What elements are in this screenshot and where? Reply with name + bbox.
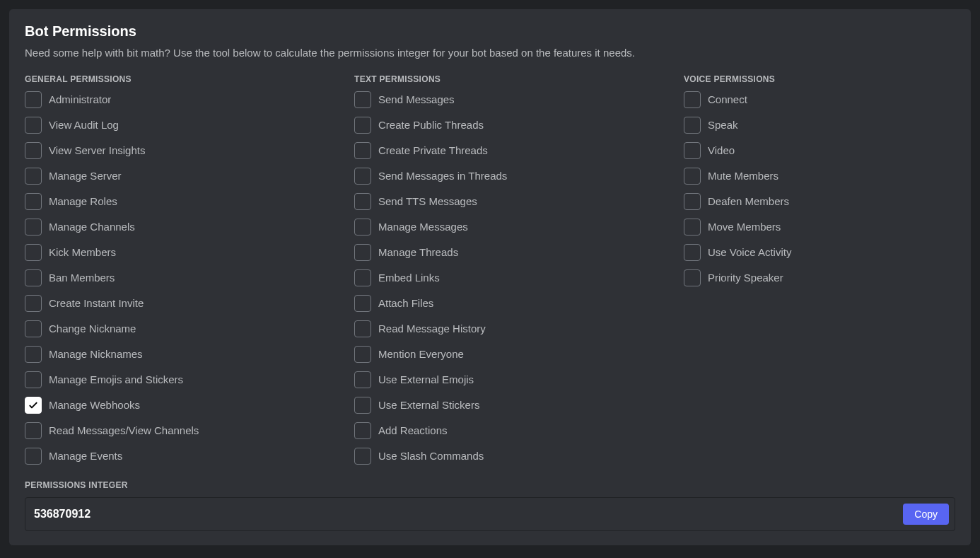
permission-send-messages-in-threads[interactable]: Send Messages in Threads: [354, 168, 670, 185]
permission-manage-roles[interactable]: Manage Roles: [25, 193, 340, 210]
checkbox-view-server-insights[interactable]: [25, 142, 42, 159]
checkbox-manage-messages[interactable]: [354, 219, 371, 236]
permission-label: Ban Members: [49, 272, 115, 284]
permission-view-server-insights[interactable]: View Server Insights: [25, 142, 340, 159]
permission-manage-messages[interactable]: Manage Messages: [354, 219, 670, 236]
permission-attach-files[interactable]: Attach Files: [354, 295, 670, 312]
permission-mute-members[interactable]: Mute Members: [684, 168, 955, 185]
permissions-integer-box: 536870912 Copy: [25, 497, 955, 531]
checkbox-mute-members[interactable]: [684, 168, 701, 185]
permission-priority-speaker[interactable]: Priority Speaker: [684, 269, 955, 286]
permission-deafen-members[interactable]: Deafen Members: [684, 193, 955, 210]
permission-label: Manage Roles: [49, 195, 117, 208]
permission-manage-server[interactable]: Manage Server: [25, 168, 340, 185]
checkbox-priority-speaker[interactable]: [684, 269, 701, 286]
checkbox-kick-members[interactable]: [25, 244, 42, 261]
permissions-integer-section: Permissions Integer 536870912 Copy: [25, 480, 955, 531]
permission-label: Add Reactions: [378, 424, 448, 437]
checkbox-change-nickname[interactable]: [25, 320, 42, 337]
permissions-integer-value[interactable]: 536870912: [34, 508, 903, 521]
checkbox-add-reactions[interactable]: [354, 422, 371, 439]
permission-label: Mute Members: [708, 170, 778, 182]
permission-use-external-stickers[interactable]: Use External Stickers: [354, 397, 670, 414]
checkbox-administrator[interactable]: [25, 91, 42, 108]
checkbox-manage-threads[interactable]: [354, 244, 371, 261]
checkbox-manage-channels[interactable]: [25, 219, 42, 236]
permission-label: Manage Channels: [49, 221, 135, 233]
checkbox-manage-server[interactable]: [25, 168, 42, 185]
permission-read-messages-view-channels[interactable]: Read Messages/View Channels: [25, 422, 340, 439]
permission-label: Speak: [708, 119, 738, 132]
permission-label: Priority Speaker: [708, 272, 783, 284]
permission-ban-members[interactable]: Ban Members: [25, 269, 340, 286]
checkbox-send-tts-messages[interactable]: [354, 193, 371, 210]
permission-create-private-threads[interactable]: Create Private Threads: [354, 142, 670, 159]
checkbox-manage-roles[interactable]: [25, 193, 42, 210]
permission-mention-everyone[interactable]: Mention Everyone: [354, 346, 670, 363]
permission-manage-events[interactable]: Manage Events: [25, 448, 340, 465]
permission-label: Kick Members: [49, 246, 116, 259]
checkbox-attach-files[interactable]: [354, 295, 371, 312]
permission-manage-channels[interactable]: Manage Channels: [25, 219, 340, 236]
permission-manage-nicknames[interactable]: Manage Nicknames: [25, 346, 340, 363]
permission-connect[interactable]: Connect: [684, 91, 955, 108]
checkbox-create-public-threads[interactable]: [354, 117, 371, 134]
voice-permissions-header: Voice Permissions: [684, 74, 955, 84]
checkbox-send-messages[interactable]: [354, 91, 371, 108]
checkbox-connect[interactable]: [684, 91, 701, 108]
permission-administrator[interactable]: Administrator: [25, 91, 340, 108]
checkbox-use-external-stickers[interactable]: [354, 397, 371, 414]
permission-move-members[interactable]: Move Members: [684, 219, 955, 236]
permission-manage-webhooks[interactable]: Manage Webhooks: [25, 397, 340, 414]
permission-label: Use External Stickers: [378, 399, 479, 412]
checkbox-view-audit-log[interactable]: [25, 117, 42, 134]
permission-create-instant-invite[interactable]: Create Instant Invite: [25, 295, 340, 312]
checkbox-speak[interactable]: [684, 117, 701, 134]
checkbox-manage-nicknames[interactable]: [25, 346, 42, 363]
permission-change-nickname[interactable]: Change Nickname: [25, 320, 340, 337]
permission-label: Create Instant Invite: [49, 297, 144, 310]
checkbox-manage-events[interactable]: [25, 448, 42, 465]
checkbox-video[interactable]: [684, 142, 701, 159]
permission-view-audit-log[interactable]: View Audit Log: [25, 117, 340, 134]
checkbox-use-voice-activity[interactable]: [684, 244, 701, 261]
permission-speak[interactable]: Speak: [684, 117, 955, 134]
permission-manage-threads[interactable]: Manage Threads: [354, 244, 670, 261]
permission-use-external-emojis[interactable]: Use External Emojis: [354, 371, 670, 388]
permission-kick-members[interactable]: Kick Members: [25, 244, 340, 261]
checkbox-send-messages-in-threads[interactable]: [354, 168, 371, 185]
permission-label: Video: [708, 144, 735, 157]
checkbox-ban-members[interactable]: [25, 269, 42, 286]
permission-label: Manage Events: [49, 450, 122, 463]
permission-send-tts-messages[interactable]: Send TTS Messages: [354, 193, 670, 210]
checkbox-use-slash-commands[interactable]: [354, 448, 371, 465]
permission-label: Manage Server: [49, 170, 122, 182]
permission-video[interactable]: Video: [684, 142, 955, 159]
checkbox-use-external-emojis[interactable]: [354, 371, 371, 388]
checkbox-embed-links[interactable]: [354, 269, 371, 286]
permission-add-reactions[interactable]: Add Reactions: [354, 422, 670, 439]
permission-manage-emojis-and-stickers[interactable]: Manage Emojis and Stickers: [25, 371, 340, 388]
permission-label: Manage Webhooks: [49, 399, 140, 412]
permission-create-public-threads[interactable]: Create Public Threads: [354, 117, 670, 134]
permission-label: Attach Files: [378, 297, 433, 310]
checkbox-read-message-history[interactable]: [354, 320, 371, 337]
permission-read-message-history[interactable]: Read Message History: [354, 320, 670, 337]
checkbox-manage-emojis-and-stickers[interactable]: [25, 371, 42, 388]
permission-label: Create Public Threads: [378, 119, 484, 132]
checkbox-create-private-threads[interactable]: [354, 142, 371, 159]
checkbox-move-members[interactable]: [684, 219, 701, 236]
text-permissions-list: Send MessagesCreate Public ThreadsCreate…: [354, 91, 670, 465]
permission-label: Read Message History: [378, 322, 486, 335]
checkbox-mention-everyone[interactable]: [354, 346, 371, 363]
checkbox-deafen-members[interactable]: [684, 193, 701, 210]
permission-use-slash-commands[interactable]: Use Slash Commands: [354, 448, 670, 465]
permission-embed-links[interactable]: Embed Links: [354, 269, 670, 286]
checkbox-create-instant-invite[interactable]: [25, 295, 42, 312]
permission-label: Manage Emojis and Stickers: [49, 373, 183, 386]
permission-send-messages[interactable]: Send Messages: [354, 91, 670, 108]
checkbox-manage-webhooks[interactable]: [25, 397, 42, 414]
checkbox-read-messages-view-channels[interactable]: [25, 422, 42, 439]
permission-use-voice-activity[interactable]: Use Voice Activity: [684, 244, 955, 261]
copy-button[interactable]: Copy: [903, 504, 949, 525]
